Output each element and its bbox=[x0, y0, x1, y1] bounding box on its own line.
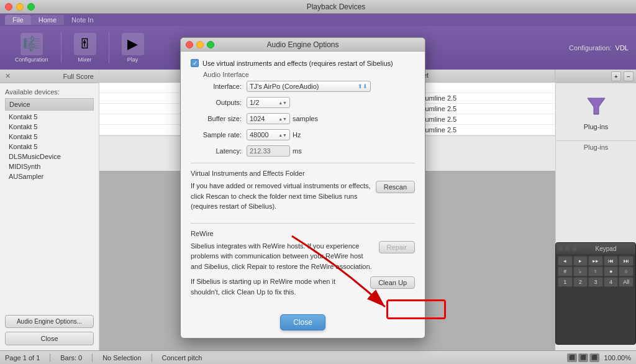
kp-max bbox=[572, 246, 577, 251]
device-kontakt5-1[interactable]: Kontakt 5 bbox=[5, 112, 94, 122]
funnel-icon bbox=[585, 96, 607, 118]
outputs-row: Outputs: 1/2 ▲▼ bbox=[191, 97, 415, 108]
audio-engine-options-button[interactable]: Audio Engine Options... bbox=[5, 315, 94, 328]
plugins-content: Plug-ins bbox=[556, 83, 636, 140]
kp-btn-all[interactable]: All bbox=[619, 277, 634, 287]
status-icon-2: ⬛ bbox=[578, 353, 588, 362]
plugins-add-button[interactable]: + bbox=[611, 71, 621, 81]
outputs-input[interactable]: 1/2 ▲▼ bbox=[247, 97, 290, 108]
plugins-icon bbox=[583, 93, 610, 121]
status-bar: Page 1 of 1 Bars: 0 No Selection Concert… bbox=[0, 350, 636, 364]
rewire-title: ReWire bbox=[191, 230, 415, 237]
play-icon: ▶ bbox=[122, 33, 144, 55]
config-value: VDL bbox=[616, 44, 629, 52]
device-kontakt5-3[interactable]: Kontakt 5 bbox=[5, 132, 94, 142]
kp-btn-natural[interactable]: ♮ bbox=[588, 266, 603, 276]
buffer-size-value: 1024 bbox=[250, 115, 265, 122]
config-area: Configuration: VDL bbox=[569, 44, 629, 52]
device-midisynth[interactable]: MIDISynth bbox=[5, 162, 94, 171]
virt-inst-title: Virtual Instruments and Effects Folder bbox=[191, 170, 415, 177]
interface-select[interactable]: TJ's AirPo (CoreAudio) ⬆⬇ bbox=[247, 81, 371, 92]
device-kontakt5-4[interactable]: Kontakt 5 bbox=[5, 142, 94, 152]
app-container: Playback Devices File Home Note In 🎼 Con… bbox=[0, 0, 636, 364]
checkbox-label: Use virtual instruments and effects (req… bbox=[202, 60, 393, 67]
minimize-window-button[interactable] bbox=[16, 3, 24, 11]
divider-1 bbox=[191, 163, 415, 163]
audio-engine-btn-container: Audio Engine Options... bbox=[5, 315, 94, 328]
kp-btn-ff[interactable]: ▸▸ bbox=[588, 256, 603, 266]
svg-marker-0 bbox=[588, 98, 605, 114]
plugins-minus-button[interactable]: − bbox=[624, 71, 634, 81]
sample-rate-value: 48000 bbox=[250, 131, 269, 139]
close-window-button[interactable] bbox=[5, 3, 12, 11]
plugins-sublabel-text: Plug-ins bbox=[558, 143, 634, 151]
keypad-grid: ◂ ▸ ▸▸ ⏮ ⏭ # ♭ ♮ ● ○ 1 2 3 4 All bbox=[556, 254, 635, 289]
kp-btn-0[interactable]: ◂ bbox=[558, 256, 573, 266]
kp-btn-1[interactable]: 1 bbox=[558, 277, 573, 287]
kp-btn-fill[interactable]: ● bbox=[604, 266, 619, 276]
plugins-panel: + − Plug-ins Plug-ins bbox=[555, 70, 636, 242]
ribbon-mixer[interactable]: 🎚 Mixer bbox=[66, 30, 104, 65]
panel-close[interactable]: ✕ bbox=[5, 72, 11, 80]
rescan-button[interactable]: Rescan bbox=[376, 181, 415, 193]
kp-btn-fw[interactable]: ⏭ bbox=[619, 256, 634, 266]
buffer-size-spinner[interactable]: ▲▼ bbox=[278, 117, 287, 121]
dialog-max-btn[interactable] bbox=[207, 41, 214, 48]
status-divider-2 bbox=[92, 353, 93, 362]
dialog-close-btn[interactable] bbox=[186, 41, 193, 48]
available-devices-section: Available devices: Device Kontakt 5 Kont… bbox=[0, 83, 99, 184]
buffer-size-control: 1024 ▲▼ samples bbox=[247, 113, 318, 124]
ribbon-play[interactable]: ▶ Play bbox=[114, 30, 152, 65]
close-devices-button[interactable]: Close bbox=[5, 332, 94, 345]
kp-btn-empty[interactable]: ○ bbox=[619, 266, 634, 276]
close-btn-container: Close bbox=[5, 332, 94, 345]
outputs-value: 1/2 bbox=[250, 99, 259, 106]
status-zoom: 100.00% bbox=[604, 354, 631, 362]
buffer-size-input[interactable]: 1024 ▲▼ bbox=[247, 113, 290, 124]
status-page: Page 1 of 1 bbox=[5, 354, 40, 362]
virt-instruments-checkbox[interactable]: ✓ bbox=[191, 59, 199, 67]
status-divider-1 bbox=[50, 353, 50, 362]
kp-btn-flat[interactable]: ♭ bbox=[573, 266, 588, 276]
device-ausampler[interactable]: AUSampler bbox=[5, 171, 94, 181]
latency-unit: ms bbox=[293, 147, 302, 155]
kp-btn-3[interactable]: 3 bbox=[588, 277, 603, 287]
buffer-size-unit: samples bbox=[293, 115, 318, 122]
ribbon-configuration[interactable]: 🎼 Configuration bbox=[7, 30, 56, 65]
kp-btn-4[interactable]: 4 bbox=[604, 277, 619, 287]
sample-rate-control: 48000 ▲▼ Hz bbox=[247, 129, 301, 140]
interface-label: Interface: bbox=[191, 83, 247, 90]
repair-button[interactable]: Repair bbox=[379, 241, 415, 253]
sample-rate-spinner[interactable]: ▲▼ bbox=[278, 133, 287, 137]
tab-home[interactable]: Home bbox=[31, 15, 64, 25]
configuration-icon: 🎼 bbox=[20, 33, 43, 55]
audio-engine-dialog: Audio Engine Options ✓ Use virtual instr… bbox=[180, 37, 425, 339]
device-kontakt5-2[interactable]: Kontakt 5 bbox=[5, 122, 94, 132]
kp-btn-1[interactable]: ▸ bbox=[573, 256, 588, 266]
sample-rate-input[interactable]: 48000 ▲▼ bbox=[247, 129, 290, 140]
virt-inst-section: If you have added or removed virtual ins… bbox=[191, 181, 415, 217]
status-concert: Concert pitch bbox=[162, 354, 202, 362]
mixer-icon: 🎚 bbox=[74, 33, 96, 55]
window-traffic-lights bbox=[5, 3, 35, 11]
available-devices-header: Available devices: bbox=[5, 88, 94, 96]
outputs-spinner[interactable]: ▲▼ bbox=[278, 101, 287, 105]
dialog-close-blue-button[interactable]: Close bbox=[280, 314, 325, 330]
kp-btn-2[interactable]: 2 bbox=[573, 277, 588, 287]
left-panel-header: ✕ Full Score bbox=[0, 70, 99, 83]
sample-rate-label: Sample rate: bbox=[191, 131, 247, 139]
tab-note-in[interactable]: Note In bbox=[64, 15, 101, 25]
tab-file[interactable]: File bbox=[5, 15, 31, 25]
rewire-text1: Sibelius integrates with ReWire hosts. I… bbox=[191, 241, 374, 272]
cleanup-button[interactable]: Clean Up bbox=[370, 276, 415, 289]
kp-btn-rw[interactable]: ⏮ bbox=[604, 256, 619, 266]
device-dlsmusic[interactable]: DLSMusicDevice bbox=[5, 152, 94, 162]
play-label: Play bbox=[127, 57, 139, 63]
keypad-panel: Keypad ◂ ▸ ▸▸ ⏮ ⏭ # ♭ ♮ ● ○ 1 2 3 4 All bbox=[555, 242, 636, 345]
kp-btn-sharp[interactable]: # bbox=[558, 266, 573, 276]
maximize-window-button[interactable] bbox=[27, 3, 35, 11]
rewire-section: Sibelius integrates with ReWire hosts. I… bbox=[191, 241, 415, 277]
dialog-traffic-lights bbox=[186, 41, 214, 48]
sample-rate-row: Sample rate: 48000 ▲▼ Hz bbox=[191, 129, 415, 140]
dialog-min-btn[interactable] bbox=[196, 41, 204, 48]
